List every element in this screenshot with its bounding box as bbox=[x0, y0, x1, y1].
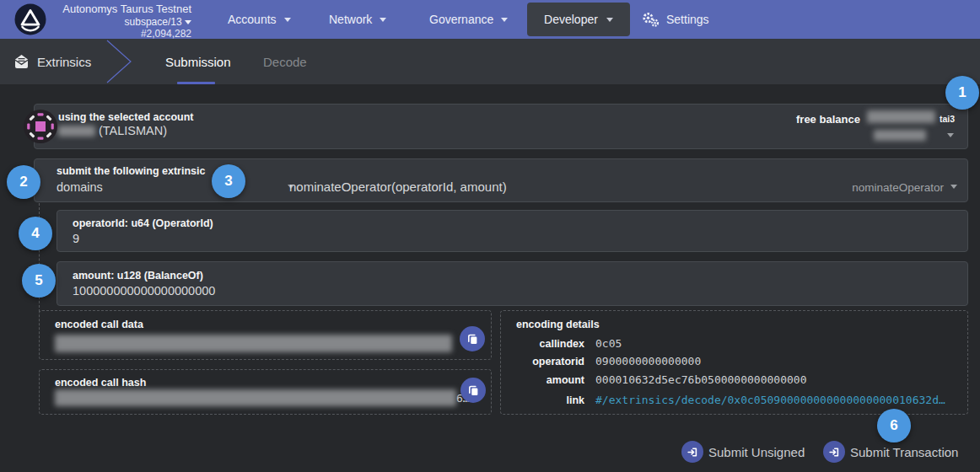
runtime-version: subspace/13 bbox=[125, 16, 182, 28]
top-navbar: Autonomys Taurus Testnet subspace/13 #2,… bbox=[0, 0, 980, 39]
copy-call-hash-button[interactable] bbox=[460, 378, 486, 403]
encoding-details-label: encoding details bbox=[516, 319, 600, 330]
token-unit: tai3 bbox=[940, 114, 955, 124]
copy-icon bbox=[467, 384, 480, 397]
redacted-account-name bbox=[58, 126, 95, 137]
tab-submission[interactable]: Submission bbox=[165, 39, 231, 84]
gears-icon bbox=[641, 12, 660, 28]
decode-link[interactable]: #/extrinsics/decode/0x0c0509000000000000… bbox=[595, 394, 945, 406]
method-signature[interactable]: nominateOperator(operatorId, amount) bbox=[289, 180, 507, 194]
annotation-step-1: 1 bbox=[945, 76, 979, 110]
submit-unsigned-button[interactable]: Submit Unsigned bbox=[708, 445, 805, 459]
menu-network[interactable]: Network bbox=[329, 0, 386, 39]
method-select-value[interactable]: nominateOperator bbox=[852, 181, 944, 194]
param-amount-label: amount: u128 (BalanceOf) bbox=[73, 270, 203, 282]
param-amount-field[interactable]: amount: u128 (BalanceOf) 100000000000000… bbox=[57, 261, 968, 306]
menu-developer[interactable]: Developer bbox=[527, 3, 630, 36]
chevron-down-icon bbox=[606, 18, 613, 22]
menu-governance[interactable]: Governance bbox=[429, 0, 508, 39]
menu-governance-label: Governance bbox=[429, 13, 493, 26]
param-operatorid-field[interactable]: operatorId: u64 (OperatorId) 9 bbox=[57, 210, 968, 252]
encoding-key: operatorid bbox=[516, 356, 584, 367]
tab-decode[interactable]: Decode bbox=[263, 39, 307, 84]
method-dropdown-caret-icon[interactable] bbox=[950, 185, 957, 189]
account-name-suffix: (TALISMAN) bbox=[99, 124, 167, 137]
account-select-row[interactable]: using the selected account (TALISMAN) fr… bbox=[34, 104, 968, 149]
copy-call-data-button[interactable] bbox=[460, 326, 485, 351]
extrinsics-page: { "app": { "chain": "Autonomys Taurus Te… bbox=[0, 0, 980, 472]
annotation-step-5: 5 bbox=[22, 264, 56, 298]
submit-transaction-icon-button[interactable] bbox=[823, 441, 845, 463]
chevron-down-icon bbox=[284, 18, 291, 22]
chevron-down-icon bbox=[185, 20, 191, 24]
encoding-key: amount bbox=[516, 374, 584, 386]
account-select-label: using the selected account bbox=[58, 111, 193, 123]
param-operatorid-value[interactable]: 9 bbox=[73, 232, 79, 245]
encoding-key: callindex bbox=[516, 338, 584, 350]
free-balance-label: free balance bbox=[796, 113, 860, 126]
chain-name: Autonomys Taurus Testnet bbox=[51, 3, 191, 15]
encoded-call-data-panel: encoded call data bbox=[39, 310, 492, 360]
menu-settings-label: Settings bbox=[666, 13, 709, 26]
encoding-key: link bbox=[516, 394, 584, 406]
param-amount-value[interactable]: 100000000000000000000 bbox=[73, 284, 215, 298]
active-tab-underline bbox=[177, 82, 215, 84]
chevron-down-icon bbox=[380, 18, 386, 22]
submit-unsigned-icon-button[interactable] bbox=[681, 441, 703, 463]
section-title: Extrinsics bbox=[37, 39, 91, 84]
extrinsic-select-row: submit the following extrinsic domains n… bbox=[34, 158, 968, 202]
sign-in-icon bbox=[687, 446, 698, 459]
redacted-call-hash bbox=[55, 389, 456, 406]
encoded-call-hash-label: encoded call hash bbox=[55, 377, 146, 389]
encoding-value: 0900000000000000 bbox=[595, 355, 701, 367]
tab-submission-label: Submission bbox=[165, 55, 231, 69]
encoding-details-panel: encoding details callindex 0c05 operator… bbox=[500, 310, 968, 415]
extrinsics-icon bbox=[13, 54, 30, 69]
encoding-row-callindex: callindex 0c05 bbox=[516, 337, 622, 350]
encoding-value: 000010632d5ec76b0500000000000000 bbox=[595, 373, 806, 386]
menu-developer-label: Developer bbox=[544, 13, 598, 26]
encoded-call-hash-panel: encoded call hash 6… bbox=[39, 369, 492, 415]
redacted-free-balance bbox=[867, 110, 935, 123]
annotation-step-6: 6 bbox=[877, 409, 911, 442]
sign-in-icon bbox=[828, 446, 840, 459]
annotation-step-3: 3 bbox=[212, 164, 245, 198]
annotation-step-4: 4 bbox=[19, 217, 52, 250]
menu-accounts[interactable]: Accounts bbox=[228, 0, 291, 39]
tab-bar: Extrinsics Submission Decode bbox=[0, 39, 980, 84]
param-operatorid-label: operatorId: u64 (OperatorId) bbox=[73, 217, 213, 229]
account-dropdown-caret-icon[interactable] bbox=[947, 133, 954, 137]
chain-info[interactable]: Autonomys Taurus Testnet subspace/13 #2,… bbox=[51, 3, 191, 40]
submit-transaction-button[interactable]: Submit Transaction bbox=[850, 445, 958, 459]
tab-decode-label: Decode bbox=[263, 55, 307, 69]
menu-accounts-label: Accounts bbox=[228, 13, 277, 26]
chevron-down-icon bbox=[501, 18, 508, 22]
extrinsic-select-label: submit the following extrinsic bbox=[57, 165, 205, 177]
breadcrumb-divider bbox=[106, 39, 133, 84]
autonomys-logo[interactable] bbox=[14, 3, 46, 35]
best-block-number: #2,094,282 bbox=[51, 29, 191, 40]
encoded-call-data-label: encoded call data bbox=[55, 319, 143, 330]
encoding-row-operatorid: operatorid 0900000000000000 bbox=[516, 355, 701, 367]
account-identicon bbox=[24, 110, 57, 143]
annotation-step-2: 2 bbox=[7, 165, 40, 199]
encoding-row-amount: amount 000010632d5ec76b0500000000000000 bbox=[516, 373, 806, 386]
menu-network-label: Network bbox=[329, 13, 372, 26]
encoding-value: 0c05 bbox=[595, 337, 622, 350]
copy-icon bbox=[466, 333, 479, 346]
redacted-secondary-balance bbox=[874, 130, 926, 141]
redacted-call-data bbox=[55, 335, 452, 352]
encoding-row-link: link #/extrinsics/decode/0x0c05090000000… bbox=[516, 392, 945, 407]
menu-settings[interactable]: Settings bbox=[641, 0, 709, 39]
section-select-value[interactable]: domains bbox=[57, 180, 103, 194]
